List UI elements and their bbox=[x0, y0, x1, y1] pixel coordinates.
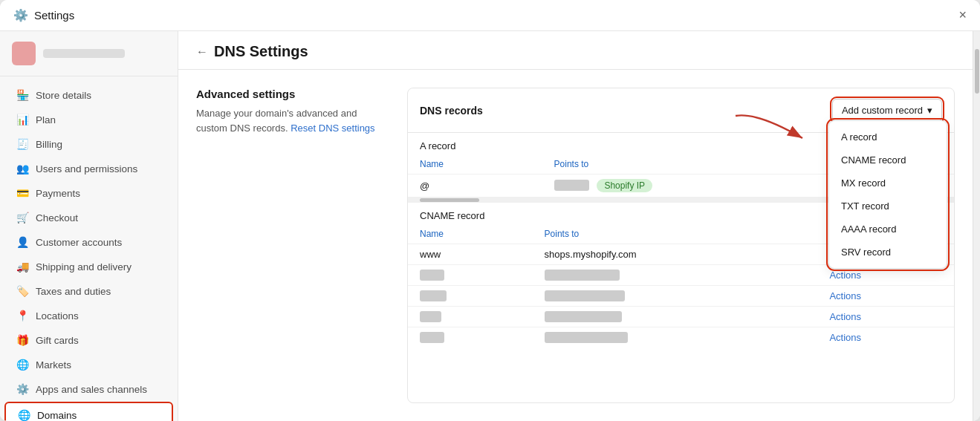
close-button[interactable]: × bbox=[958, 7, 967, 23]
advanced-settings-description: Manage your domain's advanced and custom… bbox=[196, 106, 389, 135]
modal-title: Settings bbox=[34, 9, 74, 22]
blurred-name bbox=[420, 290, 447, 301]
blurred-points-to bbox=[545, 270, 620, 281]
a-record-name: @ bbox=[408, 174, 542, 198]
advanced-settings-heading: Advanced settings bbox=[196, 88, 389, 100]
sidebar-item-label: Domains bbox=[37, 410, 77, 421]
sidebar-item-label: Payments bbox=[36, 188, 80, 199]
add-record-dropdown: A record CNAME record MX record TXT reco… bbox=[828, 120, 947, 269]
cname-name-column-header: Name bbox=[408, 224, 533, 244]
sidebar-item-locations[interactable]: 📍 Locations bbox=[4, 304, 173, 327]
sidebar-item-plan[interactable]: 📊 Plan bbox=[4, 108, 173, 131]
dropdown-item-txt-record[interactable]: TXT record bbox=[829, 195, 947, 218]
blurred-name bbox=[420, 332, 444, 343]
sidebar-item-label: Shipping and delivery bbox=[36, 261, 132, 272]
chevron-down-icon: ▾ bbox=[927, 105, 932, 116]
settings-modal: ⚙️ Settings × 🏪 Store details 📊 Plan bbox=[0, 0, 980, 421]
store-name bbox=[43, 49, 125, 58]
sidebar-item-label: Users and permissions bbox=[36, 163, 137, 174]
cname-row-points-to bbox=[533, 307, 818, 327]
table-row: Actions bbox=[408, 307, 954, 327]
gift-cards-icon: 🎁 bbox=[16, 334, 28, 346]
apps-icon: ⚙️ bbox=[16, 383, 28, 395]
taxes-icon: 🏷️ bbox=[16, 285, 28, 297]
dropdown-item-a-record[interactable]: A record bbox=[829, 125, 947, 149]
cname-row-name bbox=[408, 286, 533, 307]
sidebar-item-users[interactable]: 👥 Users and permissions bbox=[4, 157, 173, 180]
blurred-ip bbox=[554, 180, 589, 191]
actions-link[interactable]: Actions bbox=[829, 332, 861, 343]
sidebar-item-label: Locations bbox=[36, 310, 79, 322]
dropdown-item-srv-record[interactable]: SRV record bbox=[829, 241, 947, 264]
blurred-name bbox=[420, 311, 441, 322]
advanced-settings-panel: Advanced settings Manage your domain's a… bbox=[196, 88, 389, 403]
actions-link[interactable]: Actions bbox=[829, 290, 861, 301]
horizontal-scrollbar-thumb bbox=[420, 198, 479, 202]
dns-records-card: DNS records Add custom record ▾ A record… bbox=[407, 88, 955, 403]
plan-icon: 📊 bbox=[16, 114, 28, 125]
billing-icon: 🧾 bbox=[16, 138, 28, 150]
reset-dns-link[interactable]: Reset DNS settings bbox=[291, 123, 374, 134]
cname-row-name bbox=[408, 307, 533, 327]
dropdown-item-cname-record[interactable]: CNAME record bbox=[829, 149, 947, 172]
dns-card-title: DNS records bbox=[420, 105, 483, 117]
locations-icon: 📍 bbox=[16, 310, 28, 322]
sidebar-item-payments[interactable]: 💳 Payments bbox=[4, 181, 173, 205]
cname-row-actions: Actions bbox=[817, 307, 954, 327]
page-content: Advanced settings Manage your domain's a… bbox=[178, 70, 973, 421]
dropdown-item-mx-record[interactable]: MX record bbox=[829, 172, 947, 195]
store-header bbox=[0, 31, 178, 76]
table-row: Actions bbox=[408, 327, 954, 348]
sidebar-item-shipping[interactable]: 🚚 Shipping and delivery bbox=[4, 255, 173, 278]
cname-row-actions: Actions bbox=[817, 327, 954, 348]
sidebar-item-markets[interactable]: 🌐 Markets bbox=[4, 353, 173, 376]
sidebar: 🏪 Store details 📊 Plan 🧾 Billing 👥 Users… bbox=[0, 31, 178, 421]
sidebar-item-checkout[interactable]: 🛒 Checkout bbox=[4, 206, 173, 229]
shipping-icon: 🚚 bbox=[16, 261, 28, 272]
sidebar-item-store-details[interactable]: 🏪 Store details bbox=[4, 83, 173, 107]
page-title: DNS Settings bbox=[214, 43, 308, 60]
sidebar-item-label: Customer accounts bbox=[36, 237, 122, 248]
modal-header: ⚙️ Settings × bbox=[0, 0, 980, 31]
dns-panel: DNS records Add custom record ▾ A record… bbox=[407, 88, 955, 403]
scrollbar[interactable] bbox=[973, 31, 980, 421]
sidebar-item-label: Plan bbox=[36, 114, 56, 125]
actions-link[interactable]: Actions bbox=[829, 311, 861, 322]
cname-row-name bbox=[408, 265, 533, 286]
sidebar-nav: 🏪 Store details 📊 Plan 🧾 Billing 👥 Users… bbox=[0, 76, 178, 421]
back-button[interactable]: ← bbox=[196, 45, 208, 59]
blurred-points-to bbox=[545, 332, 628, 343]
dns-card-header: DNS records Add custom record ▾ A record… bbox=[408, 88, 954, 133]
users-icon: 👥 bbox=[16, 163, 28, 174]
domains-icon: 🌐 bbox=[18, 409, 30, 421]
sidebar-item-taxes[interactable]: 🏷️ Taxes and duties bbox=[4, 279, 173, 303]
header-left: ⚙️ Settings bbox=[13, 8, 74, 22]
payments-icon: 💳 bbox=[16, 187, 28, 199]
sidebar-item-label: Apps and sales channels bbox=[36, 384, 147, 395]
markets-icon: 🌐 bbox=[16, 359, 28, 371]
sidebar-item-label: Store details bbox=[36, 90, 91, 101]
sidebar-item-label: Billing bbox=[36, 139, 62, 150]
sidebar-item-apps[interactable]: ⚙️ Apps and sales channels bbox=[4, 377, 173, 401]
cname-points-to-column-header: Points to bbox=[533, 224, 818, 244]
cname-row-points-to: shops.myshopify.com bbox=[533, 244, 818, 265]
blurred-name bbox=[420, 270, 444, 281]
store-details-icon: 🏪 bbox=[16, 89, 28, 101]
name-column-header: Name bbox=[408, 154, 542, 174]
checkout-icon: 🛒 bbox=[16, 212, 28, 223]
sidebar-item-gift-cards[interactable]: 🎁 Gift cards bbox=[4, 328, 173, 352]
cname-row-points-to bbox=[533, 286, 818, 307]
blurred-points-to bbox=[545, 290, 625, 301]
modal-body: 🏪 Store details 📊 Plan 🧾 Billing 👥 Users… bbox=[0, 31, 980, 421]
dropdown-item-aaaa-record[interactable]: AAAA record bbox=[829, 218, 947, 241]
add-custom-record-button[interactable]: Add custom record ▾ bbox=[832, 99, 942, 122]
sidebar-item-domains[interactable]: 🌐 Domains bbox=[4, 402, 173, 421]
cname-row-actions: Actions bbox=[817, 286, 954, 307]
cname-row-name bbox=[408, 327, 533, 348]
sidebar-item-billing[interactable]: 🧾 Billing bbox=[4, 132, 173, 156]
sidebar-item-label: Gift cards bbox=[36, 335, 79, 346]
sidebar-item-customer-accounts[interactable]: 👤 Customer accounts bbox=[4, 230, 173, 254]
store-avatar bbox=[12, 42, 36, 65]
sidebar-item-label: Taxes and duties bbox=[36, 286, 111, 297]
actions-link[interactable]: Actions bbox=[829, 270, 861, 281]
